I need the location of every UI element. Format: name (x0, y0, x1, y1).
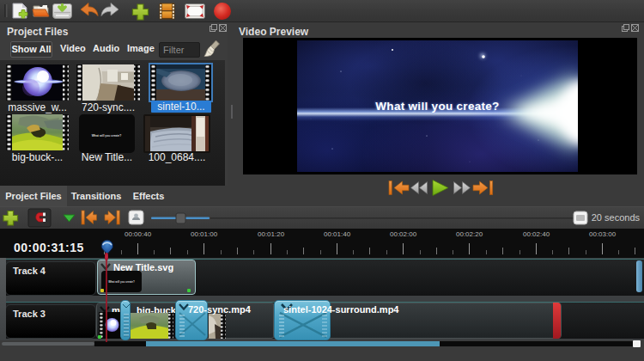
svg-text:What will you create?: What will you create? (92, 134, 122, 138)
svg-text:What will you create?: What will you create? (108, 280, 135, 284)
